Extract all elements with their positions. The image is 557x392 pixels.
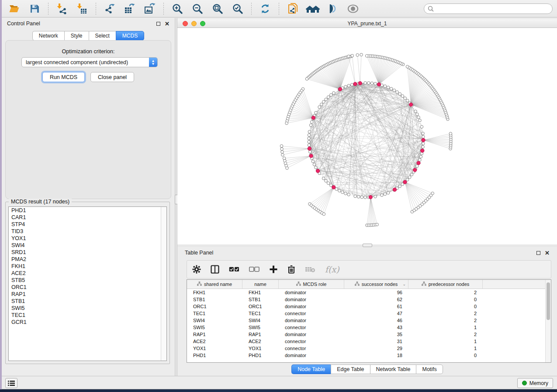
network-node[interactable] bbox=[311, 120, 314, 124]
network-node[interactable] bbox=[351, 54, 354, 57]
network-window-titlebar[interactable]: YPA_prune.txt_1 bbox=[177, 19, 557, 28]
network-node[interactable] bbox=[286, 167, 289, 170]
close-table-panel-icon[interactable]: ✕ bbox=[545, 251, 550, 255]
network-node[interactable] bbox=[318, 106, 321, 109]
network-node[interactable] bbox=[344, 192, 347, 195]
float-panel-icon[interactable] bbox=[156, 22, 160, 26]
network-node[interactable] bbox=[396, 91, 399, 94]
table-scrollbar-thumb[interactable] bbox=[547, 282, 550, 320]
network-node[interactable] bbox=[367, 82, 370, 85]
select-all-columns-icon[interactable] bbox=[229, 264, 239, 275]
network-hub-node[interactable] bbox=[413, 168, 417, 172]
network-hub-node[interactable] bbox=[358, 82, 362, 85]
tab-style[interactable]: Style bbox=[64, 31, 89, 41]
task-history-button[interactable] bbox=[5, 378, 17, 388]
network-node[interactable] bbox=[281, 153, 284, 156]
network-node[interactable] bbox=[347, 55, 350, 58]
network-node[interactable] bbox=[329, 93, 332, 96]
network-node[interactable] bbox=[398, 185, 401, 188]
network-node[interactable] bbox=[315, 166, 318, 169]
network-node[interactable] bbox=[420, 125, 423, 128]
deselect-all-columns-icon[interactable] bbox=[249, 264, 259, 275]
add-column-icon[interactable] bbox=[269, 264, 278, 275]
network-hub-node[interactable] bbox=[369, 195, 372, 199]
network-hub-node[interactable] bbox=[338, 87, 342, 91]
memory-button[interactable]: Memory bbox=[517, 378, 553, 388]
float-table-panel-icon[interactable] bbox=[536, 251, 540, 255]
network-hub-node[interactable] bbox=[409, 103, 413, 106]
network-node[interactable] bbox=[419, 158, 422, 162]
network-node[interactable] bbox=[308, 141, 311, 144]
network-hub-node[interactable] bbox=[377, 83, 381, 86]
network-node[interactable] bbox=[381, 194, 384, 197]
tab-node-table[interactable]: Node Table bbox=[291, 364, 331, 374]
network-node[interactable] bbox=[374, 82, 377, 85]
network-node[interactable] bbox=[404, 97, 407, 100]
network-node[interactable] bbox=[416, 165, 419, 168]
mcds-result-item[interactable]: SWI4 bbox=[9, 242, 166, 249]
network-node[interactable] bbox=[419, 155, 422, 158]
network-hub-node[interactable] bbox=[403, 180, 407, 184]
network-node[interactable] bbox=[416, 113, 419, 116]
table-scrollbar[interactable] bbox=[545, 280, 551, 362]
network-node[interactable] bbox=[398, 93, 401, 96]
mcds-result-item[interactable]: ACE2 bbox=[9, 270, 166, 277]
export-network-icon[interactable] bbox=[101, 2, 118, 16]
network-hub-node[interactable] bbox=[309, 154, 313, 158]
network-node[interactable] bbox=[313, 163, 316, 166]
network-node[interactable] bbox=[422, 132, 425, 135]
network-node[interactable] bbox=[322, 100, 325, 103]
tab-select[interactable]: Select bbox=[89, 31, 116, 41]
hide-graphics-eye-icon[interactable] bbox=[345, 2, 361, 16]
network-node[interactable] bbox=[305, 77, 308, 80]
network-node[interactable] bbox=[327, 96, 330, 99]
network-node[interactable] bbox=[393, 89, 396, 92]
network-node[interactable] bbox=[374, 195, 377, 198]
network-node[interactable] bbox=[285, 122, 288, 125]
table-row[interactable]: SWI4SWI4dominator462 bbox=[187, 317, 551, 324]
network-node[interactable] bbox=[322, 213, 325, 216]
network-hub-node[interactable] bbox=[332, 186, 336, 189]
mcds-result-item[interactable]: GCR1 bbox=[9, 319, 166, 326]
network-node[interactable] bbox=[309, 124, 312, 127]
network-hub-node[interactable] bbox=[421, 149, 424, 152]
network-node[interactable] bbox=[414, 110, 417, 113]
network-node[interactable] bbox=[401, 95, 404, 98]
mcds-result-item[interactable]: TEC1 bbox=[9, 312, 166, 319]
network-node[interactable] bbox=[344, 85, 347, 88]
show-graphics-details-icon[interactable] bbox=[325, 2, 341, 16]
tab-network-table[interactable]: Network Table bbox=[370, 364, 416, 374]
node-table[interactable]: shared namenameMCDS rolesuccessor nodes⌄… bbox=[187, 279, 551, 363]
network-node[interactable] bbox=[408, 176, 411, 179]
apply-function-icon[interactable]: f(x) bbox=[325, 264, 339, 275]
export-image-icon[interactable] bbox=[142, 2, 158, 16]
network-node[interactable] bbox=[311, 160, 315, 163]
network-node[interactable] bbox=[332, 92, 336, 95]
import-network-icon[interactable] bbox=[54, 2, 70, 16]
column-header-shared-name[interactable]: shared name bbox=[187, 280, 242, 289]
mcds-result-item[interactable]: PMA2 bbox=[9, 256, 166, 263]
zoom-out-icon[interactable] bbox=[189, 2, 206, 16]
close-panel-icon[interactable]: ✕ bbox=[165, 22, 170, 26]
network-node[interactable] bbox=[325, 98, 328, 101]
network-node[interactable] bbox=[384, 193, 387, 196]
network-node[interactable] bbox=[431, 192, 434, 195]
delete-column-icon[interactable] bbox=[287, 264, 295, 275]
optimization-criterion-select[interactable]: largest connected component (undirected)… bbox=[21, 57, 158, 67]
sort-indicator-icon[interactable]: ⌄ bbox=[402, 282, 406, 286]
column-header-predecessor-nodes[interactable]: predecessor nodes bbox=[408, 280, 483, 289]
mcds-result-item[interactable]: STB5 bbox=[9, 277, 166, 284]
network-node[interactable] bbox=[350, 83, 353, 86]
network-node[interactable] bbox=[308, 150, 311, 153]
column-header-name[interactable]: name bbox=[242, 280, 279, 289]
mcds-result-item[interactable]: PHD1 bbox=[9, 207, 166, 214]
table-row[interactable]: PHD1PHD1dominator180 bbox=[187, 352, 551, 359]
network-node[interactable] bbox=[338, 189, 341, 193]
new-network-from-file-icon[interactable] bbox=[284, 2, 301, 16]
network-node[interactable] bbox=[320, 103, 323, 106]
table-row[interactable]: FKH1FKH1dominator962 bbox=[187, 289, 551, 296]
network-node[interactable] bbox=[410, 173, 413, 176]
refresh-layout-icon[interactable] bbox=[257, 2, 273, 16]
column-layout-icon[interactable] bbox=[211, 264, 219, 275]
search-box[interactable] bbox=[424, 3, 553, 14]
